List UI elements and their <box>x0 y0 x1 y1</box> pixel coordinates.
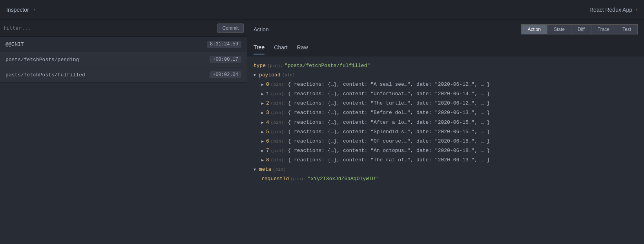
item-index: 5 <box>266 128 269 136</box>
item-index: 6 <box>266 137 269 146</box>
item-content: { reactions: {…}, content: "Unfortunat…"… <box>288 90 490 98</box>
meta-header[interactable]: ▼ meta (pin) <box>254 165 638 174</box>
action-time: +00:02.04 <box>210 71 241 78</box>
app-title: React Redux App <box>589 7 632 13</box>
list-item[interactable]: ▶ 1 (pin): { reactions: {…}, content: "U… <box>261 89 638 99</box>
item-content: { reactions: {…}, content: "The turtle…"… <box>288 99 490 108</box>
requestid-key: requestId <box>261 175 289 183</box>
item-content: { reactions: {…}, content: "The rat of…"… <box>288 156 490 164</box>
item-content: { reactions: {…}, content: "Of course,…"… <box>288 137 490 146</box>
expand-icon[interactable]: ▶ <box>261 110 264 116</box>
list-item[interactable]: @@INIT 8:31:24.59 <box>0 37 247 52</box>
list-item[interactable]: ▶ 6 (pin): { reactions: {…}, content: "O… <box>261 137 638 146</box>
item-content: { reactions: {…}, content: "An octopus…"… <box>288 146 490 155</box>
action-label: Action <box>254 26 269 33</box>
list-item[interactable]: ▶ 0 (pin): { reactions: {…}, content: "A… <box>261 80 638 89</box>
tree-type-line: type (pin): "posts/fetchPosts/fulfilled" <box>254 61 638 70</box>
item-content: { reactions: {…}, content: "After a lo…"… <box>288 118 490 127</box>
requestid-pin: (pin): <box>290 175 306 183</box>
action-list: @@INIT 8:31:24.59 posts/fetchPosts/pendi… <box>0 37 247 244</box>
tab-group: Action State Diff Trace Test <box>521 24 638 34</box>
payload-header[interactable]: ▼ payload (pin) <box>254 70 638 80</box>
subtab-chart[interactable]: Chart <box>274 41 287 54</box>
app-section: React Redux App ▾ <box>589 7 638 13</box>
item-index: 2 <box>266 99 269 108</box>
type-pin: (pin): <box>267 62 283 70</box>
request-id-row: requestId (pin): "xYy2I3oxJdZ6aAqOlyWlU" <box>261 174 638 184</box>
type-key: type <box>254 61 266 70</box>
app-chevron[interactable]: ▾ <box>635 7 638 12</box>
inspector-chevron[interactable]: ▾ <box>34 7 36 12</box>
tab-action[interactable]: Action <box>521 24 547 34</box>
item-index: 4 <box>266 118 269 127</box>
item-index: 1 <box>266 90 269 98</box>
action-time: +00:00.17 <box>210 56 241 63</box>
item-content: { reactions: {…}, content: "Before dol…"… <box>288 108 490 117</box>
action-time: 8:31:24.59 <box>207 41 241 48</box>
list-item[interactable]: ▶ 8 (pin): { reactions: {…}, content: "T… <box>261 155 638 165</box>
top-bar: Inspector ▾ React Redux App ▾ <box>0 0 644 20</box>
item-content: { reactions: {…}, content: "Splendid s…"… <box>288 128 490 136</box>
commit-button[interactable]: Commit <box>217 23 244 33</box>
item-index: 7 <box>266 146 269 155</box>
type-value: "posts/fetchPosts/fulfilled" <box>285 61 370 70</box>
meta-pin: (pin) <box>273 166 286 174</box>
filter-bar: Commit <box>0 20 247 37</box>
item-pin: (pin): <box>271 109 286 117</box>
payload-section: ▼ payload (pin) ▶ 0 (pin): { reactions: … <box>254 70 638 165</box>
item-pin: (pin): <box>271 100 286 107</box>
list-item[interactable]: ▶ 2 (pin): { reactions: {…}, content: "T… <box>261 99 638 108</box>
item-pin: (pin): <box>271 128 286 136</box>
list-item[interactable]: ▶ 4 (pin): { reactions: {…}, content: "A… <box>261 118 638 127</box>
meta-key: meta <box>259 165 271 174</box>
action-name: posts/fetchPosts/fulfilled <box>5 72 85 78</box>
item-content: { reactions: {…}, content: "A seal see…"… <box>288 80 490 89</box>
action-name: posts/fetchPosts/pending <box>5 57 79 63</box>
tab-state[interactable]: State <box>547 24 571 34</box>
content-area: type (pin): "posts/fetchPosts/fulfilled"… <box>247 56 644 244</box>
expand-icon[interactable]: ▶ <box>261 91 264 98</box>
item-pin: (pin): <box>271 81 286 89</box>
tab-trace[interactable]: Trace <box>591 24 616 34</box>
payload-arrow[interactable]: ▼ <box>254 72 256 79</box>
tab-test[interactable]: Test <box>616 24 638 34</box>
expand-icon[interactable]: ▶ <box>261 148 264 154</box>
list-item[interactable]: ▶ 5 (pin): { reactions: {…}, content: "S… <box>261 127 638 137</box>
tab-diff[interactable]: Diff <box>571 24 591 34</box>
subtab-raw[interactable]: Raw <box>297 41 308 54</box>
action-name: @@INIT <box>5 42 24 47</box>
meta-items: requestId (pin): "xYy2I3oxJdZ6aAqOlyWlU" <box>261 174 638 184</box>
meta-arrow[interactable]: ▼ <box>254 166 256 173</box>
item-pin: (pin): <box>271 157 286 164</box>
item-pin: (pin): <box>271 147 286 155</box>
inspector-section: Inspector ▾ <box>6 7 36 13</box>
right-panel: Action Action State Diff Trace Test Tree… <box>247 20 644 244</box>
requestid-value: "xYy2I3oxJdZ6aAqOlyWlU" <box>308 175 378 183</box>
list-item[interactable]: ▶ 3 (pin): { reactions: {…}, content: "B… <box>261 108 638 117</box>
payload-key: payload <box>259 71 281 80</box>
main-layout: Commit @@INIT 8:31:24.59 posts/fetchPost… <box>0 20 644 244</box>
expand-icon[interactable]: ▶ <box>261 81 264 88</box>
left-panel: Commit @@INIT 8:31:24.59 posts/fetchPost… <box>0 20 247 244</box>
item-index: 8 <box>266 156 269 164</box>
expand-icon[interactable]: ▶ <box>261 100 264 107</box>
sub-tabs: Tree Chart Raw <box>247 39 644 56</box>
payload-items: ▶ 0 (pin): { reactions: {…}, content: "A… <box>261 80 638 165</box>
list-item[interactable]: posts/fetchPosts/pending +00:00.17 <box>0 52 247 67</box>
list-item[interactable]: posts/fetchPosts/fulfilled +00:02.04 <box>0 67 247 83</box>
expand-icon[interactable]: ▶ <box>261 138 264 145</box>
action-header: Action Action State Diff Trace Test <box>247 20 644 39</box>
filter-input[interactable] <box>3 25 215 31</box>
expand-icon[interactable]: ▶ <box>261 129 264 136</box>
item-index: 0 <box>266 80 269 89</box>
subtab-tree[interactable]: Tree <box>254 41 265 54</box>
list-item[interactable]: ▶ 7 (pin): { reactions: {…}, content: "A… <box>261 146 638 155</box>
payload-pin: (pin) <box>282 72 295 79</box>
expand-icon[interactable]: ▶ <box>261 119 264 126</box>
item-pin: (pin): <box>271 138 286 145</box>
item-index: 3 <box>266 108 269 117</box>
inspector-title: Inspector <box>6 7 29 13</box>
item-pin: (pin): <box>271 90 286 98</box>
item-pin: (pin): <box>271 119 286 127</box>
expand-icon[interactable]: ▶ <box>261 157 264 164</box>
